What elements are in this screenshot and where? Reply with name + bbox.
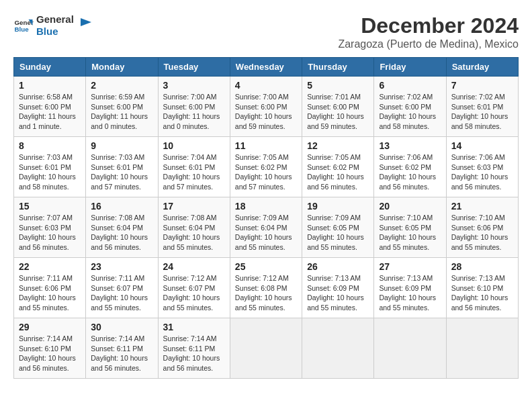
day-number: 12	[307, 140, 369, 151]
day-info: Sunrise: 7:03 AM Sunset: 6:01 PM Dayligh…	[19, 152, 81, 192]
day-info: Sunrise: 7:06 AM Sunset: 6:03 PM Dayligh…	[451, 152, 513, 192]
day-info: Sunrise: 7:08 AM Sunset: 6:04 PM Dayligh…	[163, 213, 225, 253]
calendar-cell: 12Sunrise: 7:05 AM Sunset: 6:02 PM Dayli…	[302, 137, 374, 197]
calendar-cell: 25Sunrise: 7:12 AM Sunset: 6:08 PM Dayli…	[230, 258, 302, 318]
col-header-wednesday: Wednesday	[230, 58, 302, 77]
day-info: Sunrise: 7:13 AM Sunset: 6:10 PM Dayligh…	[451, 273, 513, 313]
calendar-cell: 5Sunrise: 7:01 AM Sunset: 6:00 PM Daylig…	[302, 77, 374, 137]
calendar-table: SundayMondayTuesdayWednesdayThursdayFrid…	[13, 57, 519, 379]
col-header-saturday: Saturday	[446, 58, 518, 77]
day-number: 15	[19, 201, 81, 212]
day-number: 6	[379, 80, 441, 91]
day-number: 25	[235, 261, 297, 272]
day-info: Sunrise: 7:02 AM Sunset: 6:00 PM Dayligh…	[379, 92, 441, 132]
day-number: 8	[19, 140, 81, 151]
day-number: 24	[163, 261, 225, 272]
calendar-cell: 17Sunrise: 7:08 AM Sunset: 6:04 PM Dayli…	[158, 197, 230, 258]
calendar-cell: 30Sunrise: 7:14 AM Sunset: 6:11 PM Dayli…	[86, 318, 158, 379]
calendar-title: December 2024	[338, 13, 519, 38]
day-number: 29	[19, 322, 81, 332]
day-number: 11	[235, 140, 297, 151]
calendar-cell: 10Sunrise: 7:04 AM Sunset: 6:01 PM Dayli…	[158, 137, 230, 197]
calendar-cell: 14Sunrise: 7:06 AM Sunset: 6:03 PM Dayli…	[446, 137, 518, 197]
day-number: 18	[235, 201, 297, 212]
col-header-thursday: Thursday	[302, 58, 374, 77]
day-info: Sunrise: 7:13 AM Sunset: 6:09 PM Dayligh…	[379, 273, 441, 313]
day-info: Sunrise: 6:59 AM Sunset: 6:00 PM Dayligh…	[91, 92, 152, 132]
logo-icon: General Blue	[13, 15, 34, 36]
calendar-cell: 9Sunrise: 7:03 AM Sunset: 6:01 PM Daylig…	[86, 137, 158, 197]
calendar-cell: 20Sunrise: 7:10 AM Sunset: 6:05 PM Dayli…	[374, 197, 446, 258]
day-number: 16	[91, 201, 152, 212]
logo-general: General	[36, 13, 74, 26]
day-number: 7	[451, 80, 513, 91]
day-number: 3	[163, 80, 225, 91]
col-header-friday: Friday	[374, 58, 446, 77]
calendar-cell: 8Sunrise: 7:03 AM Sunset: 6:01 PM Daylig…	[14, 137, 86, 197]
day-info: Sunrise: 7:03 AM Sunset: 6:01 PM Dayligh…	[91, 152, 152, 192]
calendar-cell	[230, 318, 302, 379]
calendar-cell: 22Sunrise: 7:11 AM Sunset: 6:06 PM Dayli…	[14, 258, 86, 318]
day-info: Sunrise: 7:04 AM Sunset: 6:01 PM Dayligh…	[163, 152, 225, 192]
day-number: 28	[451, 261, 513, 272]
calendar-cell: 28Sunrise: 7:13 AM Sunset: 6:10 PM Dayli…	[446, 258, 518, 318]
calendar-cell: 31Sunrise: 7:14 AM Sunset: 6:11 PM Dayli…	[158, 318, 230, 379]
day-number: 31	[163, 322, 225, 332]
day-info: Sunrise: 7:10 AM Sunset: 6:06 PM Dayligh…	[451, 213, 513, 253]
calendar-cell: 3Sunrise: 7:00 AM Sunset: 6:00 PM Daylig…	[158, 77, 230, 137]
calendar-cell: 21Sunrise: 7:10 AM Sunset: 6:06 PM Dayli…	[446, 197, 518, 258]
calendar-cell: 23Sunrise: 7:11 AM Sunset: 6:07 PM Dayli…	[86, 258, 158, 318]
day-number: 20	[379, 201, 441, 212]
calendar-cell	[374, 318, 446, 379]
day-number: 14	[451, 140, 513, 151]
day-info: Sunrise: 7:10 AM Sunset: 6:05 PM Dayligh…	[379, 213, 441, 253]
day-info: Sunrise: 7:14 AM Sunset: 6:11 PM Dayligh…	[163, 334, 225, 373]
calendar-cell: 1Sunrise: 6:58 AM Sunset: 6:00 PM Daylig…	[14, 77, 86, 137]
day-info: Sunrise: 7:14 AM Sunset: 6:10 PM Dayligh…	[19, 334, 81, 373]
day-number: 2	[91, 80, 152, 91]
svg-marker-3	[81, 18, 91, 26]
day-number: 22	[19, 261, 81, 272]
day-info: Sunrise: 7:08 AM Sunset: 6:04 PM Dayligh…	[91, 213, 152, 253]
calendar-cell: 29Sunrise: 7:14 AM Sunset: 6:10 PM Dayli…	[14, 318, 86, 379]
day-info: Sunrise: 7:13 AM Sunset: 6:09 PM Dayligh…	[307, 273, 369, 313]
col-header-monday: Monday	[86, 58, 158, 77]
day-info: Sunrise: 7:06 AM Sunset: 6:02 PM Dayligh…	[379, 152, 441, 192]
title-section: December 2024 Zaragoza (Puerto de Medina…	[338, 13, 519, 50]
day-number: 30	[91, 322, 152, 332]
week-row-0: 1Sunrise: 6:58 AM Sunset: 6:00 PM Daylig…	[14, 77, 519, 137]
day-info: Sunrise: 7:14 AM Sunset: 6:11 PM Dayligh…	[91, 334, 152, 373]
calendar-cell: 11Sunrise: 7:05 AM Sunset: 6:02 PM Dayli…	[230, 137, 302, 197]
logo-blue: Blue	[36, 26, 74, 38]
day-number: 5	[307, 80, 369, 91]
week-row-4: 29Sunrise: 7:14 AM Sunset: 6:10 PM Dayli…	[14, 318, 519, 379]
day-number: 10	[163, 140, 225, 151]
day-info: Sunrise: 7:11 AM Sunset: 6:06 PM Dayligh…	[19, 273, 81, 313]
day-info: Sunrise: 7:12 AM Sunset: 6:08 PM Dayligh…	[235, 273, 297, 313]
day-info: Sunrise: 7:09 AM Sunset: 6:05 PM Dayligh…	[307, 213, 369, 253]
week-row-2: 15Sunrise: 7:07 AM Sunset: 6:03 PM Dayli…	[14, 197, 519, 258]
calendar-cell: 7Sunrise: 7:02 AM Sunset: 6:01 PM Daylig…	[446, 77, 518, 137]
calendar-cell: 18Sunrise: 7:09 AM Sunset: 6:04 PM Dayli…	[230, 197, 302, 258]
calendar-cell: 19Sunrise: 7:09 AM Sunset: 6:05 PM Dayli…	[302, 197, 374, 258]
day-info: Sunrise: 7:05 AM Sunset: 6:02 PM Dayligh…	[235, 152, 297, 192]
logo-flag-icon	[78, 17, 93, 32]
logo: General Blue General Blue	[13, 13, 93, 38]
col-header-sunday: Sunday	[14, 58, 86, 77]
day-number: 19	[307, 201, 369, 212]
calendar-cell: 13Sunrise: 7:06 AM Sunset: 6:02 PM Dayli…	[374, 137, 446, 197]
calendar-cell: 2Sunrise: 6:59 AM Sunset: 6:00 PM Daylig…	[86, 77, 158, 137]
day-info: Sunrise: 7:09 AM Sunset: 6:04 PM Dayligh…	[235, 213, 297, 253]
calendar-cell: 27Sunrise: 7:13 AM Sunset: 6:09 PM Dayli…	[374, 258, 446, 318]
day-number: 23	[91, 261, 152, 272]
calendar-cell	[446, 318, 518, 379]
calendar-cell: 15Sunrise: 7:07 AM Sunset: 6:03 PM Dayli…	[14, 197, 86, 258]
calendar-cell: 24Sunrise: 7:12 AM Sunset: 6:07 PM Dayli…	[158, 258, 230, 318]
day-number: 13	[379, 140, 441, 151]
calendar-cell: 16Sunrise: 7:08 AM Sunset: 6:04 PM Dayli…	[86, 197, 158, 258]
day-info: Sunrise: 7:07 AM Sunset: 6:03 PM Dayligh…	[19, 213, 81, 253]
day-number: 27	[379, 261, 441, 272]
day-info: Sunrise: 7:00 AM Sunset: 6:00 PM Dayligh…	[163, 92, 225, 132]
header: General Blue General Blue December 2024 …	[13, 13, 519, 50]
day-info: Sunrise: 7:01 AM Sunset: 6:00 PM Dayligh…	[307, 92, 369, 132]
